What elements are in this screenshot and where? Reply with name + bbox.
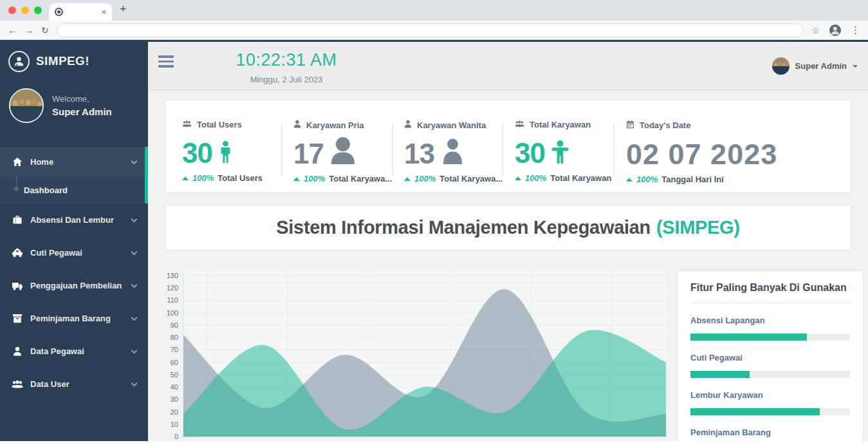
banner-highlight: (SIMPEG) — [656, 217, 740, 238]
progress-bar-fill — [690, 408, 820, 415]
window-minimize-button[interactable] — [21, 6, 29, 14]
svg-text:0: 0 — [174, 433, 178, 440]
svg-text:130: 130 — [167, 272, 178, 279]
user-round-icon — [441, 138, 465, 167]
sidebar-item-peminjaman-barang[interactable]: Peminjaman Barang — [0, 302, 148, 335]
browser-chrome: × + ← → ↻ ☆ ⋮ — [0, 0, 868, 40]
caret-up-icon — [182, 176, 189, 180]
briefcase-icon — [9, 215, 26, 225]
stat-value: 13 — [404, 141, 434, 167]
home-icon — [9, 157, 26, 167]
caret-up-icon — [515, 176, 521, 180]
sidebar-item-cuti-pegawai[interactable]: Cuti Pegawai — [0, 236, 148, 269]
caret-up-icon — [404, 177, 411, 181]
stat-label: Karyawan Wanita — [417, 120, 486, 130]
feature-label: Absensi Lapangan — [690, 316, 850, 325]
svg-text:110: 110 — [167, 296, 178, 304]
divider — [690, 303, 850, 303]
progress-bar-fill — [690, 371, 750, 378]
stat-label: Total Karyawan — [530, 120, 591, 129]
sidebar-item-home[interactable]: Home — [0, 147, 148, 176]
caret-up-icon — [293, 177, 300, 181]
sidebar-item-label: Dashboard — [24, 185, 68, 195]
stat-todays-date: Today's Date 02 07 2023 100% Tanggal Har… — [613, 100, 851, 193]
app-logo[interactable]: SIMPEG! — [0, 42, 148, 80]
stat-karyawan-wanita: Karyawan Wanita 13 100% Total Karyawa... — [392, 100, 502, 193]
sidebar-toggle-icon[interactable] — [158, 55, 174, 70]
sidebar-profile: Welcome, Super Admin — [0, 80, 148, 123]
back-icon[interactable]: ← — [8, 25, 17, 35]
sidebar: SIMPEG! Welcome, Super Admin Home — [0, 42, 148, 441]
window-zoom-button[interactable] — [34, 6, 42, 14]
svg-text:60: 60 — [171, 359, 178, 366]
dashboard-content: Total Users 30 100% Total Users — [148, 90, 868, 441]
sidebar-item-data-user[interactable]: Data User — [0, 368, 148, 401]
chevron-down-icon — [131, 249, 138, 255]
app-title: SIMPEG! — [36, 54, 89, 68]
chevron-down-icon — [131, 158, 138, 164]
svg-text:20: 20 — [171, 408, 178, 416]
sidebar-item-absensi-dan-lembur[interactable]: Absensi Dan Lembur — [0, 203, 148, 236]
progress-bar-fill — [690, 334, 807, 341]
user-icon — [293, 120, 301, 130]
tab-close-icon[interactable]: × — [101, 8, 106, 16]
caret-down-icon — [853, 65, 858, 68]
stat-value: 02 07 2023 — [626, 141, 777, 167]
stat-label: Today's Date — [640, 120, 690, 130]
stat-delta-label: Total Karyawan — [550, 173, 611, 183]
welcome-label: Welcome, — [52, 94, 112, 104]
caret-up-icon — [626, 178, 633, 182]
reload-icon[interactable]: ↻ — [41, 25, 49, 35]
sidebar-user-name: Super Admin — [52, 106, 112, 117]
svg-text:30: 30 — [171, 395, 178, 403]
svg-text:50: 50 — [171, 371, 178, 379]
users-icon — [9, 379, 26, 389]
topbar-user-name: Super Admin — [795, 61, 847, 71]
tab-strip: × + — [0, 0, 868, 21]
window-close-button[interactable] — [8, 6, 16, 14]
progress-bar — [690, 334, 850, 341]
sidebar-item-dashboard[interactable]: Dashboard — [0, 176, 148, 203]
sidebar-item-penggajuan-pembelian[interactable]: Penggajuan Pembelian — [0, 269, 148, 302]
stat-karyawan-pria: Karyawan Pria 17 100% Total Karyawa... — [281, 100, 392, 193]
stat-delta-label: Total Karyawa... — [439, 174, 503, 184]
sidebar-item-data-pegawai[interactable]: Data Pegawai — [0, 335, 148, 368]
banner-title: Sistem Informasi Manajemen Kepegawaian — [276, 217, 651, 238]
sidebar-menu: Home Dashboard Absensi Dan Lembur Cuti — [0, 147, 148, 401]
topbar-user-menu[interactable]: Super Admin — [772, 57, 858, 75]
feature-label: Lembur Karyawan — [690, 390, 850, 400]
user-icon — [9, 346, 26, 356]
stat-delta-percent: 100% — [414, 174, 436, 184]
chevron-down-icon — [131, 347, 138, 353]
browser-toolbar: ← → ↻ ☆ ⋮ — [0, 21, 868, 40]
child-figure-icon — [551, 140, 569, 166]
sidebar-item-label: Home — [30, 157, 132, 167]
stat-value: 30 — [515, 140, 545, 166]
sidebar-item-label: Penggajuan Pembelian — [30, 281, 132, 290]
clock-time: 10:22:31 AM — [209, 50, 364, 70]
profile-avatar — [9, 88, 44, 123]
app-logo-icon — [8, 51, 30, 72]
male-figure-icon — [219, 141, 232, 166]
stat-delta-label: Tanggal Hari Ini — [661, 174, 724, 184]
feature-label: Peminjaman Barang — [690, 428, 850, 437]
stat-delta-percent: 100% — [192, 173, 214, 183]
browser-tab[interactable]: × — [49, 3, 112, 21]
browser-profile-icon[interactable] — [829, 24, 842, 37]
chevron-down-icon — [131, 216, 138, 222]
browser-menu-icon[interactable]: ⋮ — [851, 24, 860, 36]
stat-delta-label: Total Users — [217, 173, 263, 183]
new-tab-button[interactable]: + — [120, 3, 127, 16]
address-bar[interactable] — [57, 23, 804, 37]
bookmark-star-icon[interactable]: ☆ — [811, 25, 820, 35]
forward-icon[interactable]: → — [24, 25, 33, 35]
svg-text:100: 100 — [167, 309, 178, 317]
stat-delta-label: Total Karyawa... — [329, 174, 392, 184]
stat-total-users: Total Users 30 100% Total Users — [165, 100, 281, 193]
tab-favicon-icon — [55, 8, 63, 16]
clock-date: Minggu, 2 Juli 2023 — [209, 75, 364, 84]
svg-text:80: 80 — [171, 334, 178, 341]
svg-text:10: 10 — [171, 420, 178, 428]
feature-label: Cuti Pegawai — [690, 353, 850, 363]
archive-box-icon — [9, 314, 26, 323]
